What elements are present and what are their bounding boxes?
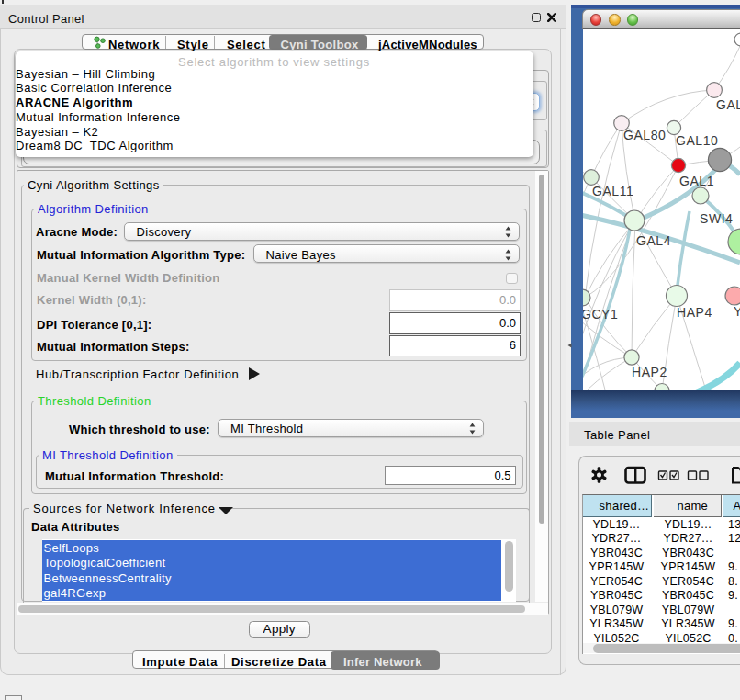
svg-text:GAL7: GAL7 [716, 97, 740, 112]
svg-text:GAL4: GAL4 [636, 233, 671, 248]
svg-text:HAP4: HAP4 [677, 305, 712, 320]
svg-text:HAP2: HAP2 [632, 365, 667, 379]
svg-text:Y: Y [734, 304, 740, 319]
svg-text:GAL11: GAL11 [592, 184, 633, 198]
svg-text:GAL1: GAL1 [679, 174, 714, 188]
svg-text:GAL80: GAL80 [623, 128, 666, 142]
svg-text:SWI4: SWI4 [700, 211, 733, 226]
svg-text:GCY1: GCY1 [583, 307, 618, 322]
svg-text:GAL10: GAL10 [676, 133, 718, 148]
